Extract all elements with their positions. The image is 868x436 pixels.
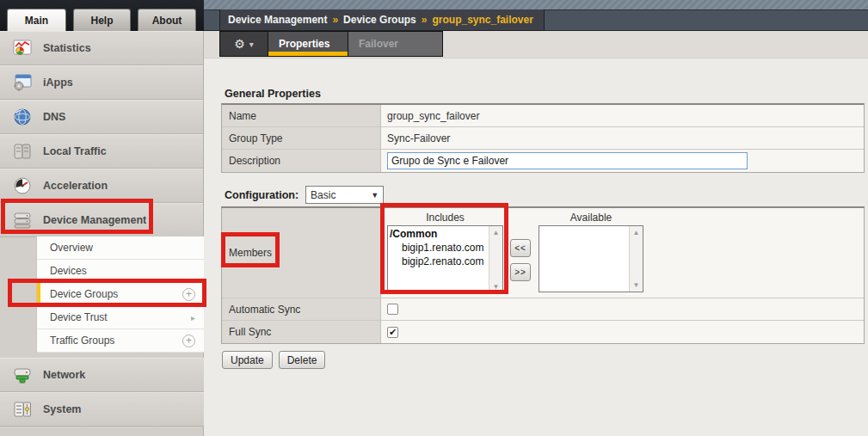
delete-button[interactable]: Delete bbox=[279, 351, 326, 369]
subitem-label: Device Trust bbox=[50, 311, 108, 323]
table-row-name: Name group_sync_failover bbox=[222, 105, 864, 127]
breadcrumb-separator: » bbox=[332, 14, 338, 26]
sidebar-item-label: Statistics bbox=[43, 42, 91, 54]
tab-properties-label: Properties bbox=[279, 38, 329, 50]
acceleration-gauge-icon bbox=[11, 175, 34, 196]
breadcrumb-item-device-groups[interactable]: Device Groups bbox=[343, 14, 416, 26]
scroll-down-icon[interactable]: ▼ bbox=[493, 283, 500, 291]
table-row-group-type: Group Type Sync-Failover bbox=[222, 127, 864, 150]
chevron-down-icon: ▾ bbox=[249, 40, 254, 49]
tab-failover-label: Failover bbox=[359, 38, 398, 50]
sidebar-subitem-device-groups[interactable]: Device Groups + bbox=[37, 283, 204, 306]
configuration-selected-value: Basic bbox=[311, 189, 336, 201]
sidebar-subitem-device-trust[interactable]: Device Trust ▸ bbox=[37, 306, 204, 329]
iapps-icon bbox=[11, 72, 34, 93]
subitem-label: Devices bbox=[50, 265, 87, 277]
sidebar-item-label: DNS bbox=[43, 111, 65, 123]
sidebar-item-system[interactable]: System bbox=[0, 392, 204, 427]
top-accent-strip bbox=[204, 0, 868, 9]
available-label: Available bbox=[539, 212, 643, 224]
sidebar-item-label: Local Traffic bbox=[43, 145, 107, 157]
full-sync-label: Full Sync bbox=[222, 321, 381, 343]
tab-about-label: About bbox=[152, 15, 182, 27]
device-management-submenu: Overview Devices Device Groups + Device … bbox=[36, 236, 204, 353]
tab-help[interactable]: Help bbox=[73, 9, 131, 31]
group-type-value: Sync-Failover bbox=[381, 127, 864, 149]
system-sliders-icon bbox=[11, 399, 34, 420]
configuration-label: Configuration: bbox=[225, 189, 299, 201]
members-label-cell: Members bbox=[222, 208, 381, 298]
includes-listbox[interactable]: /Common bigip1.renato.com bigip2.renato.… bbox=[387, 225, 503, 294]
name-value: group_sync_failover bbox=[381, 105, 864, 126]
local-traffic-icon bbox=[11, 141, 34, 162]
tab-about[interactable]: About bbox=[138, 9, 196, 31]
sidebar-item-label: System bbox=[43, 403, 81, 415]
tab-main-label: Main bbox=[25, 15, 48, 27]
breadcrumb-item-current: group_sync_failover bbox=[432, 14, 532, 26]
scroll-down-icon[interactable]: ▼ bbox=[633, 281, 640, 289]
check-icon: ✔ bbox=[389, 327, 397, 338]
sidebar-item-device-management[interactable]: Device Management bbox=[0, 203, 203, 237]
add-device-group-icon[interactable]: + bbox=[182, 288, 195, 301]
list-item-folder[interactable]: /Common bbox=[388, 227, 489, 241]
general-properties-heading: General Properties bbox=[225, 88, 321, 100]
table-row-members: Members Includes /Common bigip1.renato.c… bbox=[222, 208, 864, 298]
automatic-sync-label: Automatic Sync bbox=[222, 298, 381, 320]
subitem-label: Device Groups bbox=[50, 288, 118, 300]
sidebar-item-local-traffic[interactable]: Local Traffic bbox=[0, 134, 203, 169]
configuration-select[interactable]: Basic ▼ bbox=[305, 186, 384, 204]
sidebar-subitem-overview[interactable]: Overview bbox=[37, 236, 204, 260]
options-gear-button[interactable]: ⚙ ▾ bbox=[219, 31, 268, 57]
general-properties-table: Name group_sync_failover Group Type Sync… bbox=[221, 103, 865, 173]
sidebar-item-network[interactable]: Network bbox=[0, 358, 204, 392]
subitem-label: Overview bbox=[50, 242, 93, 254]
sidebar-subitem-devices[interactable]: Devices bbox=[37, 260, 204, 283]
sidebar-item-statistics[interactable]: Statistics bbox=[0, 31, 203, 65]
sidebar-bottom: Network System bbox=[0, 358, 204, 427]
configuration-row: Configuration: Basic ▼ bbox=[225, 186, 384, 204]
table-row-description: Description bbox=[222, 150, 864, 172]
members-table: Members Includes /Common bigip1.renato.c… bbox=[221, 206, 865, 344]
subitem-label: Traffic Groups bbox=[50, 335, 114, 347]
add-traffic-group-icon[interactable]: + bbox=[182, 335, 195, 347]
scroll-up-icon[interactable]: ▲ bbox=[493, 229, 500, 236]
available-scrollbar[interactable]: ▲ ▼ bbox=[629, 226, 643, 292]
includes-scrollbar[interactable]: ▲ ▼ bbox=[489, 226, 502, 293]
breadcrumb: Device Management » Device Groups » grou… bbox=[219, 9, 545, 31]
table-row-automatic-sync: Automatic Sync ✔ bbox=[222, 298, 864, 321]
includes-label: Includes bbox=[387, 212, 503, 224]
list-item-device[interactable]: bigip2.renato.com bbox=[388, 255, 489, 268]
tab-help-label: Help bbox=[90, 15, 113, 27]
gear-icon: ⚙ bbox=[234, 38, 245, 50]
move-to-available-button[interactable]: >> bbox=[510, 263, 531, 281]
sidebar-item-dns[interactable]: DNS bbox=[0, 100, 203, 134]
automatic-sync-checkbox[interactable]: ✔ bbox=[387, 304, 398, 315]
sidebar-item-acceleration[interactable]: Acceleration bbox=[0, 169, 203, 203]
scroll-up-icon[interactable]: ▲ bbox=[633, 229, 640, 236]
sidebar-item-iapps[interactable]: iApps bbox=[0, 65, 203, 100]
list-item-device[interactable]: bigip1.renato.com bbox=[388, 241, 489, 255]
full-sync-checkbox[interactable]: ✔ bbox=[387, 327, 398, 338]
tab-failover[interactable]: Failover bbox=[348, 31, 443, 57]
network-icon bbox=[11, 365, 34, 385]
chevron-down-icon: ▼ bbox=[371, 191, 379, 200]
device-management-icon bbox=[11, 210, 34, 230]
sidebar-item-label: Acceleration bbox=[43, 180, 108, 192]
name-label: Name bbox=[222, 105, 381, 126]
move-to-includes-button[interactable]: << bbox=[510, 239, 531, 257]
sidebar-item-label: Device Management bbox=[43, 214, 146, 226]
sidebar-item-label: iApps bbox=[43, 77, 73, 89]
sidebar-subitem-traffic-groups[interactable]: Traffic Groups + bbox=[37, 329, 204, 353]
description-input[interactable] bbox=[387, 152, 748, 169]
breadcrumb-item-device-management[interactable]: Device Management bbox=[228, 14, 327, 26]
submenu-arrow-icon: ▸ bbox=[191, 313, 195, 322]
description-label: Description bbox=[222, 150, 381, 172]
tab-properties[interactable]: Properties bbox=[268, 31, 348, 57]
dns-globe-icon bbox=[11, 107, 34, 127]
statistics-icon bbox=[11, 38, 34, 58]
update-button[interactable]: Update bbox=[222, 351, 273, 369]
available-listbox[interactable]: ▲ ▼ bbox=[539, 225, 643, 292]
group-type-label: Group Type bbox=[222, 127, 381, 149]
members-value-cell: Includes /Common bigip1.renato.com bigip… bbox=[381, 208, 864, 298]
tab-main[interactable]: Main bbox=[7, 9, 66, 32]
